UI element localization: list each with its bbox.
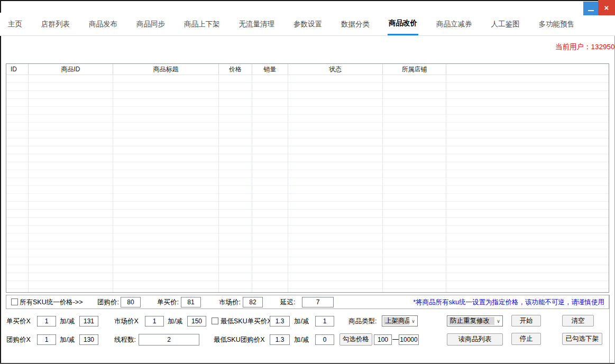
minimize-button[interactable] bbox=[583, 2, 598, 15]
tab-home[interactable]: 主页 bbox=[7, 13, 23, 35]
market-price-label: 市场价: bbox=[219, 297, 241, 307]
column-header-status[interactable]: 状态 bbox=[288, 64, 383, 74]
market-mult-label: 市场价X bbox=[114, 316, 139, 326]
unify-all-sku-label: 所有SKU统一价格->> bbox=[20, 297, 82, 307]
column-header-id[interactable]: ID bbox=[6, 64, 29, 74]
min-sku-group-label: 最低SKU团购价X bbox=[214, 335, 265, 345]
single-op-label: 加/减 bbox=[60, 316, 75, 326]
price-range-dash: — bbox=[392, 334, 399, 344]
tab-bar: 主页 店群列表 商品发布 商品同步 商品上下架 无流量清理 参数设置 数据分类 … bbox=[0, 13, 615, 36]
unify-all-sku-checkbox[interactable] bbox=[11, 298, 18, 305]
min-sku-single-op-label: 加/减 bbox=[294, 316, 309, 326]
market-op-label: 加/减 bbox=[168, 316, 182, 326]
column-header-product-id[interactable]: 商品ID bbox=[29, 64, 113, 74]
tab-shop-group-list[interactable]: 店群列表 bbox=[40, 13, 71, 35]
unified-price-panel: 所有SKU统一价格->> 团购价: 单买价: 市场价: 延迟: *将商品所有sk… bbox=[6, 295, 609, 309]
column-header-shop[interactable]: 所属店铺 bbox=[383, 64, 446, 74]
clear-button[interactable]: 清空 bbox=[562, 315, 594, 326]
tab-multifunction-presale[interactable]: 多功能预售 bbox=[538, 13, 576, 35]
min-sku-group-op-label: 加/减 bbox=[294, 335, 309, 345]
irreversible-warning-text: *将商品所有sku统一设置为指定价格，该功能不可逆，请谨慎使用 bbox=[413, 298, 604, 307]
min-sku-single-mult-input[interactable] bbox=[270, 316, 290, 326]
panel-right-separator bbox=[609, 295, 610, 363]
table-header-row: ID 商品ID 商品标题 价格 销量 状态 所属店铺 bbox=[6, 64, 609, 75]
market-price-input[interactable] bbox=[243, 297, 263, 307]
read-product-list-button[interactable]: 读商品列表 bbox=[447, 333, 503, 346]
single-mult-input[interactable] bbox=[37, 316, 56, 326]
group-delta-input[interactable] bbox=[79, 334, 98, 345]
minimize-icon bbox=[588, 10, 594, 11]
delay-label: 延迟: bbox=[280, 297, 295, 307]
market-delta-input[interactable] bbox=[187, 316, 206, 326]
column-header-empty bbox=[446, 64, 609, 74]
tab-data-classification[interactable]: 数据分类 bbox=[340, 13, 371, 35]
chevron-down-icon: ∨ bbox=[409, 319, 417, 324]
tab-parameter-settings[interactable]: 参数设置 bbox=[292, 13, 323, 35]
min-sku-single-checkbox[interactable] bbox=[212, 318, 218, 324]
checked-offshelf-button[interactable]: 已勾选下架 bbox=[562, 333, 602, 345]
min-sku-single-label: 最低SKU单买价X bbox=[221, 316, 272, 326]
delay-input[interactable] bbox=[302, 297, 334, 307]
tab-product-price-change[interactable]: 商品改价 bbox=[388, 13, 418, 35]
window-border-left bbox=[0, 0, 1, 364]
tab-product-coupon[interactable]: 商品立减券 bbox=[435, 13, 473, 35]
tab-product-sync[interactable]: 商品同步 bbox=[135, 13, 166, 35]
tab-product-publish[interactable]: 商品发布 bbox=[88, 13, 118, 35]
prevent-repeat-selected-value: 防止重复修改 bbox=[448, 317, 494, 325]
single-mult-label: 单买价X bbox=[6, 316, 31, 326]
product-table[interactable]: ID 商品ID 商品标题 价格 销量 状态 所属店铺 bbox=[6, 63, 609, 293]
min-sku-group-delta-input[interactable] bbox=[315, 334, 334, 345]
check-price-button[interactable]: 勾选价格 bbox=[339, 333, 372, 346]
tab-no-traffic-cleanup[interactable]: 无流量清理 bbox=[238, 13, 276, 35]
column-header-sales[interactable]: 销量 bbox=[252, 64, 288, 74]
prevent-repeat-select[interactable]: 防止重复修改 ∨ bbox=[447, 315, 503, 326]
tab-manual-image-review[interactable]: 人工鉴图 bbox=[490, 13, 521, 35]
min-sku-group-mult-input[interactable] bbox=[270, 334, 290, 345]
single-price-input[interactable] bbox=[181, 297, 201, 307]
product-type-label: 商品类型: bbox=[348, 316, 377, 326]
tab-product-on-off-shelf[interactable]: 商品上下架 bbox=[183, 13, 221, 35]
product-type-selected-value: 上架商品 bbox=[383, 317, 409, 325]
product-type-select[interactable]: 上架商品 ∨ bbox=[382, 315, 418, 326]
price-range-max-input[interactable] bbox=[399, 334, 419, 345]
single-delta-input[interactable] bbox=[79, 316, 98, 326]
chevron-down-icon: ∨ bbox=[494, 319, 502, 324]
min-sku-single-delta-input[interactable] bbox=[315, 316, 334, 326]
threads-label: 线程数: bbox=[114, 335, 136, 345]
threads-input[interactable] bbox=[139, 334, 199, 346]
table-body-empty bbox=[6, 75, 609, 292]
group-op-label: 加/减 bbox=[60, 335, 75, 345]
stop-button[interactable]: 停止 bbox=[511, 333, 541, 345]
app-window: × 主页 店群列表 商品发布 商品同步 商品上下架 无流量清理 参数设置 数据分… bbox=[0, 0, 615, 364]
column-header-product-title[interactable]: 商品标题 bbox=[113, 64, 219, 74]
group-price-input[interactable] bbox=[121, 297, 141, 307]
close-button[interactable]: × bbox=[598, 0, 615, 15]
group-mult-label: 团购价X bbox=[6, 335, 31, 345]
column-header-price[interactable]: 价格 bbox=[219, 64, 252, 74]
start-button[interactable]: 开始 bbox=[511, 315, 541, 326]
close-icon: × bbox=[604, 3, 609, 12]
window-border-top bbox=[0, 0, 615, 1]
price-range-min-input[interactable] bbox=[374, 334, 392, 345]
group-mult-input[interactable] bbox=[37, 334, 56, 345]
current-user-label: 当前用户：1329508 bbox=[555, 42, 615, 52]
group-price-label: 团购价: bbox=[97, 297, 119, 307]
single-price-label: 单买价: bbox=[157, 297, 179, 307]
market-mult-input[interactable] bbox=[145, 316, 164, 326]
